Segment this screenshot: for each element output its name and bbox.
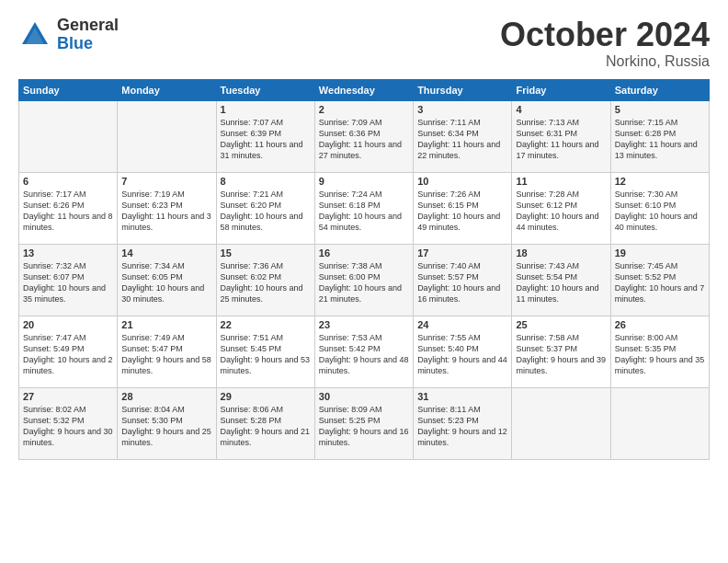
- cell-details: Sunrise: 8:04 AMSunset: 5:30 PMDaylight:…: [121, 404, 211, 449]
- cell-details: Sunrise: 7:55 AMSunset: 5:40 PMDaylight:…: [417, 332, 507, 377]
- day-number: 17: [417, 247, 507, 259]
- cell-details: Sunrise: 7:24 AMSunset: 6:18 PMDaylight:…: [319, 189, 409, 234]
- calendar-week-2: 6Sunrise: 7:17 AMSunset: 6:26 PMDaylight…: [19, 172, 710, 244]
- col-sunday: Sunday: [19, 79, 118, 100]
- col-tuesday: Tuesday: [216, 79, 314, 100]
- calendar-cell: 10Sunrise: 7:26 AMSunset: 6:15 PMDayligh…: [414, 172, 512, 244]
- calendar-cell: 28Sunrise: 8:04 AMSunset: 5:30 PMDayligh…: [118, 387, 216, 459]
- calendar-cell: 6Sunrise: 7:17 AMSunset: 6:26 PMDaylight…: [19, 172, 118, 244]
- calendar-cell: [19, 100, 118, 172]
- calendar-cell: 24Sunrise: 7:55 AMSunset: 5:40 PMDayligh…: [414, 316, 512, 387]
- calendar-week-5: 27Sunrise: 8:02 AMSunset: 5:32 PMDayligh…: [19, 387, 710, 459]
- day-number: 16: [319, 247, 409, 259]
- cell-details: Sunrise: 7:13 AMSunset: 6:31 PMDaylight:…: [516, 117, 606, 162]
- cell-details: Sunrise: 7:53 AMSunset: 5:42 PMDaylight:…: [319, 332, 409, 377]
- calendar-cell: 7Sunrise: 7:19 AMSunset: 6:23 PMDaylight…: [118, 172, 216, 244]
- month-title: October 2024: [500, 17, 710, 53]
- cell-details: Sunrise: 8:09 AMSunset: 5:25 PMDaylight:…: [319, 404, 409, 449]
- calendar-cell: 27Sunrise: 8:02 AMSunset: 5:32 PMDayligh…: [19, 387, 118, 459]
- cell-details: Sunrise: 7:32 AMSunset: 6:07 PMDaylight:…: [23, 260, 113, 305]
- calendar-cell: 5Sunrise: 7:15 AMSunset: 6:28 PMDaylight…: [610, 100, 709, 172]
- logo: General Blue: [18, 17, 119, 53]
- day-number: 12: [615, 176, 705, 187]
- calendar-cell: 20Sunrise: 7:47 AMSunset: 5:49 PMDayligh…: [19, 316, 118, 387]
- calendar-cell: 8Sunrise: 7:21 AMSunset: 6:20 PMDaylight…: [216, 172, 314, 244]
- calendar-cell: 11Sunrise: 7:28 AMSunset: 6:12 PMDayligh…: [512, 172, 610, 244]
- calendar-cell: 13Sunrise: 7:32 AMSunset: 6:07 PMDayligh…: [19, 244, 118, 316]
- calendar-cell: 25Sunrise: 7:58 AMSunset: 5:37 PMDayligh…: [512, 316, 610, 387]
- calendar-cell: 29Sunrise: 8:06 AMSunset: 5:28 PMDayligh…: [216, 387, 314, 459]
- day-number: 22: [221, 319, 311, 330]
- day-number: 10: [417, 176, 507, 187]
- day-number: 11: [516, 176, 606, 187]
- day-number: 30: [319, 391, 409, 402]
- calendar-week-4: 20Sunrise: 7:47 AMSunset: 5:49 PMDayligh…: [19, 316, 710, 387]
- logo-general-text: General: [57, 17, 119, 35]
- cell-details: Sunrise: 7:58 AMSunset: 5:37 PMDaylight:…: [516, 332, 606, 377]
- cell-details: Sunrise: 7:40 AMSunset: 5:57 PMDaylight:…: [417, 260, 507, 305]
- day-number: 29: [221, 391, 311, 402]
- day-number: 3: [417, 104, 507, 115]
- calendar-cell: 1Sunrise: 7:07 AMSunset: 6:39 PMDaylight…: [216, 100, 314, 172]
- day-number: 28: [121, 391, 211, 402]
- day-number: 2: [319, 104, 409, 115]
- calendar-cell: 21Sunrise: 7:49 AMSunset: 5:47 PMDayligh…: [118, 316, 216, 387]
- calendar-cell: 26Sunrise: 8:00 AMSunset: 5:35 PMDayligh…: [610, 316, 709, 387]
- day-number: 26: [615, 319, 705, 330]
- location: Norkino, Russia: [500, 53, 710, 70]
- calendar-cell: [512, 387, 610, 459]
- col-monday: Monday: [118, 79, 216, 100]
- col-friday: Friday: [512, 79, 610, 100]
- day-number: 13: [23, 247, 113, 259]
- header-row: Sunday Monday Tuesday Wednesday Thursday…: [19, 79, 710, 100]
- cell-details: Sunrise: 7:47 AMSunset: 5:49 PMDaylight:…: [23, 332, 113, 377]
- day-number: 19: [615, 247, 705, 259]
- day-number: 1: [221, 104, 311, 115]
- cell-details: Sunrise: 7:51 AMSunset: 5:45 PMDaylight:…: [221, 332, 311, 377]
- day-number: 18: [516, 247, 606, 259]
- calendar-week-3: 13Sunrise: 7:32 AMSunset: 6:07 PMDayligh…: [19, 244, 710, 316]
- calendar-week-1: 1Sunrise: 7:07 AMSunset: 6:39 PMDaylight…: [19, 100, 710, 172]
- day-number: 20: [23, 319, 113, 330]
- day-number: 14: [121, 247, 211, 259]
- cell-details: Sunrise: 8:00 AMSunset: 5:35 PMDaylight:…: [615, 332, 705, 377]
- col-saturday: Saturday: [610, 79, 709, 100]
- day-number: 6: [23, 176, 113, 187]
- calendar-cell: [610, 387, 709, 459]
- calendar-cell: 14Sunrise: 7:34 AMSunset: 6:05 PMDayligh…: [118, 244, 216, 316]
- cell-details: Sunrise: 7:15 AMSunset: 6:28 PMDaylight:…: [615, 117, 705, 162]
- calendar-cell: 19Sunrise: 7:45 AMSunset: 5:52 PMDayligh…: [610, 244, 709, 316]
- day-number: 9: [319, 176, 409, 187]
- cell-details: Sunrise: 7:38 AMSunset: 6:00 PMDaylight:…: [319, 260, 409, 305]
- day-number: 15: [221, 247, 311, 259]
- cell-details: Sunrise: 7:17 AMSunset: 6:26 PMDaylight:…: [23, 189, 113, 234]
- cell-details: Sunrise: 7:49 AMSunset: 5:47 PMDaylight:…: [121, 332, 211, 377]
- cell-details: Sunrise: 7:07 AMSunset: 6:39 PMDaylight:…: [221, 117, 311, 162]
- logo-text: General Blue: [57, 17, 119, 53]
- page-container: General Blue October 2024 Norkino, Russi…: [0, 0, 728, 469]
- logo-blue-text: Blue: [57, 35, 119, 53]
- cell-details: Sunrise: 7:30 AMSunset: 6:10 PMDaylight:…: [615, 189, 705, 234]
- day-number: 27: [23, 391, 113, 402]
- day-number: 21: [121, 319, 211, 330]
- calendar-cell: 22Sunrise: 7:51 AMSunset: 5:45 PMDayligh…: [216, 316, 314, 387]
- day-number: 8: [221, 176, 311, 187]
- cell-details: Sunrise: 8:02 AMSunset: 5:32 PMDaylight:…: [23, 404, 113, 449]
- day-number: 24: [417, 319, 507, 330]
- calendar-cell: 4Sunrise: 7:13 AMSunset: 6:31 PMDaylight…: [512, 100, 610, 172]
- day-number: 31: [417, 391, 507, 402]
- day-number: 7: [121, 176, 211, 187]
- col-thursday: Thursday: [414, 79, 512, 100]
- calendar-cell: 2Sunrise: 7:09 AMSunset: 6:36 PMDaylight…: [314, 100, 413, 172]
- calendar-table: Sunday Monday Tuesday Wednesday Thursday…: [18, 79, 710, 460]
- day-number: 5: [615, 104, 705, 115]
- cell-details: Sunrise: 7:11 AMSunset: 6:34 PMDaylight:…: [417, 117, 507, 162]
- cell-details: Sunrise: 7:36 AMSunset: 6:02 PMDaylight:…: [221, 260, 311, 305]
- col-wednesday: Wednesday: [314, 79, 413, 100]
- calendar-cell: 3Sunrise: 7:11 AMSunset: 6:34 PMDaylight…: [414, 100, 512, 172]
- calendar-cell: 12Sunrise: 7:30 AMSunset: 6:10 PMDayligh…: [610, 172, 709, 244]
- day-number: 4: [516, 104, 606, 115]
- cell-details: Sunrise: 7:34 AMSunset: 6:05 PMDaylight:…: [121, 260, 211, 305]
- cell-details: Sunrise: 7:09 AMSunset: 6:36 PMDaylight:…: [319, 117, 409, 162]
- cell-details: Sunrise: 7:21 AMSunset: 6:20 PMDaylight:…: [221, 189, 311, 234]
